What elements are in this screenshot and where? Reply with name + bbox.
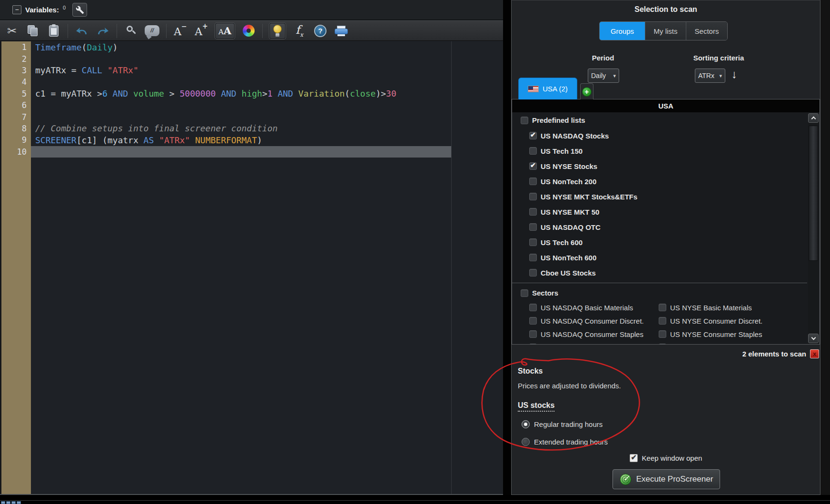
tab-groups[interactable]: Groups (600, 22, 645, 40)
panel-title: Selection to scan (512, 5, 820, 14)
checkbox[interactable] (529, 132, 537, 139)
checkbox[interactable] (529, 238, 537, 246)
checkbox[interactable] (521, 289, 528, 297)
list-item[interactable]: US NASDAQ OTC (512, 219, 807, 235)
checkbox[interactable] (659, 330, 666, 338)
item-label: US NASDAQ OTC (541, 223, 601, 231)
undo-button[interactable] (75, 23, 89, 39)
color-settings-button[interactable] (241, 23, 256, 39)
checkbox[interactable] (659, 304, 666, 311)
list-item[interactable]: US NYSE Stocks (512, 158, 807, 174)
sector-item[interactable]: US NYSE Energy (659, 344, 726, 345)
checkbox[interactable] (529, 147, 537, 155)
copy-button[interactable] (26, 23, 40, 39)
scroll-down-button[interactable] (808, 334, 819, 343)
variables-settings-button[interactable] (72, 3, 87, 17)
checkbox[interactable] (529, 330, 537, 338)
collapse-variables-button[interactable]: − (12, 5, 21, 14)
color-wheel-icon (243, 25, 255, 37)
add-market-tab-button[interactable]: + (580, 83, 593, 99)
code-line[interactable]: 6 (0, 99, 503, 111)
checkbox[interactable] (529, 317, 537, 325)
list-item[interactable]: US Tech 150 (512, 143, 807, 158)
close-button[interactable]: x (810, 349, 819, 358)
suggestions-button[interactable] (269, 23, 286, 39)
paste-button[interactable] (47, 23, 61, 39)
search-button[interactable] (124, 23, 138, 39)
checkbox[interactable] (529, 223, 537, 231)
sector-item[interactable]: US NYSE Consumer Discret. (659, 317, 762, 325)
redo-button[interactable] (96, 23, 110, 39)
sector-item[interactable]: US NASDAQ Basic Materials (512, 304, 659, 312)
code-line[interactable]: 2 (0, 53, 503, 64)
sector-item[interactable]: US NYSE Consumer Staples (659, 330, 762, 338)
list-item[interactable]: Sectors (512, 285, 807, 301)
radio-option[interactable]: Extended trading hours (522, 436, 621, 447)
sector-item[interactable]: US NASDAQ Consumer Staples (512, 330, 659, 338)
scrollbar-thumb[interactable] (809, 126, 818, 261)
keep-window-open-checkbox[interactable] (630, 454, 638, 462)
radio-button[interactable] (522, 420, 530, 428)
list-item[interactable]: US Tech 600 (512, 235, 807, 250)
sorting-select[interactable]: ATRx ▾ (695, 69, 725, 83)
list-item[interactable]: Cboe US Stocks (512, 265, 807, 280)
item-label: US NASDAQ Stocks (541, 132, 609, 140)
code-editing-area[interactable]: 1Timeframe(Daily)23myATRx = CALL "ATRx"4… (0, 41, 503, 494)
checkbox[interactable] (529, 178, 537, 185)
taskbar-fragment[interactable] (1, 501, 21, 504)
help-button[interactable]: ? (313, 23, 327, 39)
checkbox[interactable] (529, 193, 537, 200)
period-select[interactable]: Daily ▾ (588, 69, 619, 83)
checkbox[interactable] (529, 304, 537, 311)
execute-proscreener-button[interactable]: Execute ProScreener (613, 469, 720, 489)
code-line[interactable]: 5c1 = myATRx >6 AND volume > 5000000 AND… (0, 88, 503, 99)
panel-divider[interactable] (503, 0, 511, 495)
checkbox[interactable] (529, 162, 537, 170)
sorting-value: ATRx (698, 72, 714, 79)
tab-sectors[interactable]: Sectors (686, 22, 727, 40)
checkbox[interactable] (521, 117, 528, 124)
code-line[interactable]: 8// Combine setups into final screener c… (0, 123, 503, 134)
list-item[interactable]: US NYSE MKT Stocks&ETFs (512, 189, 807, 204)
list-item[interactable]: Predefined lists (512, 112, 807, 128)
scroll-up-button[interactable] (808, 113, 819, 123)
sector-item[interactable]: US NASDAQ Consumer Discret. (512, 317, 659, 325)
increase-font-button[interactable]: A+ (194, 23, 208, 39)
list-item[interactable]: US NonTech 200 (512, 174, 807, 189)
sector-item[interactable]: US NASDAQ Energy (512, 344, 659, 345)
market-tab-usa[interactable]: USA (2) (518, 78, 577, 99)
code-line[interactable]: 9SCREENER[c1] (myatrx AS "ATRx" NUMBERFO… (0, 134, 503, 146)
cut-button[interactable]: ✂ (5, 23, 19, 39)
lightbulb-icon (273, 25, 282, 37)
checkbox[interactable] (529, 344, 537, 344)
line-number: 1 (0, 42, 31, 52)
code-line[interactable]: 3myATRx = CALL "ATRx" (0, 65, 503, 76)
trading-hours-options: Regular trading hoursExtended trading ho… (518, 419, 621, 447)
checkbox[interactable] (529, 208, 537, 216)
list-item[interactable]: US NonTech 600 (512, 250, 807, 265)
code-line[interactable]: 4 (0, 76, 503, 88)
insert-function-button[interactable]: fx (292, 23, 306, 39)
sort-direction-button[interactable]: ↓ (731, 68, 737, 81)
radio-option[interactable]: Regular trading hours (522, 419, 621, 429)
code-line[interactable]: 1Timeframe(Daily) (0, 41, 503, 53)
decrease-font-button[interactable]: A− (173, 23, 188, 39)
list-scrollbar[interactable] (808, 113, 819, 343)
checkbox[interactable] (529, 254, 537, 261)
undo-icon (75, 25, 89, 37)
toggle-case-button[interactable]: AA (215, 23, 235, 39)
comment-button[interactable]: // (145, 23, 159, 39)
list-item[interactable]: US NASDAQ Stocks (512, 128, 807, 143)
radio-button[interactable] (522, 438, 530, 446)
radio-label: Extended trading hours (534, 438, 608, 446)
print-button[interactable] (334, 23, 348, 39)
checkbox[interactable] (659, 344, 666, 344)
checkbox[interactable] (529, 269, 537, 277)
sector-item[interactable]: US NYSE Basic Materials (659, 304, 752, 312)
code-line[interactable]: 7 (0, 111, 503, 122)
code-line[interactable]: 10 (0, 146, 503, 158)
list-item[interactable]: US NYSE MKT 50 (512, 204, 807, 219)
tab-my-lists[interactable]: My lists (645, 22, 686, 40)
bottom-status-band (0, 495, 830, 504)
checkbox[interactable] (659, 317, 666, 325)
